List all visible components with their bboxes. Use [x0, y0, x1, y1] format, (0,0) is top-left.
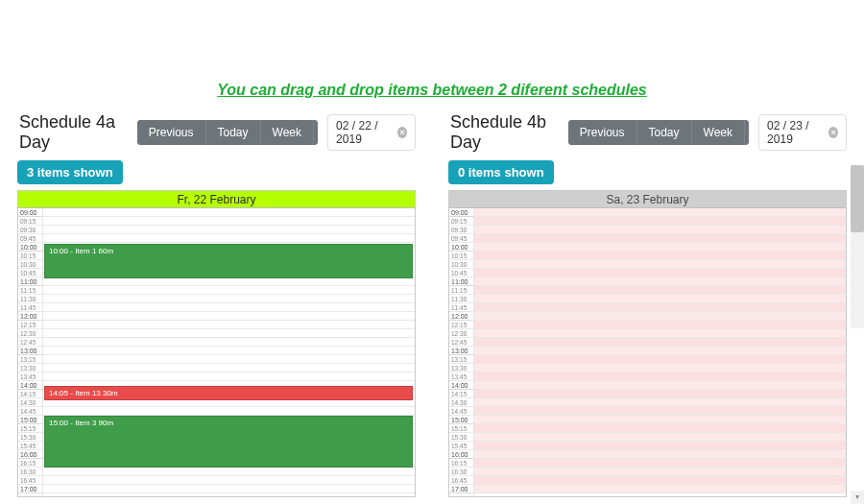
grid-row[interactable]: [474, 424, 846, 433]
grid-row[interactable]: [474, 398, 846, 407]
grid-row[interactable]: [43, 321, 415, 329]
grid-row[interactable]: [474, 329, 846, 338]
grid-row[interactable]: [474, 295, 846, 303]
prev-button[interactable]: Previous: [568, 120, 636, 145]
grid-row[interactable]: [43, 303, 415, 312]
grid-row[interactable]: [474, 243, 846, 252]
grid-row[interactable]: [474, 312, 846, 321]
headline-link[interactable]: You can drag and drop items between 2 di…: [217, 82, 647, 98]
time-slot-label: 15:45: [18, 442, 42, 450]
time-slot-label: 17:00: [449, 485, 473, 493]
date-input-left[interactable]: 02 / 22 / 2019 ×: [327, 114, 416, 151]
grid-row[interactable]: [43, 407, 415, 416]
grid-row[interactable]: [43, 277, 415, 286]
time-slot-label: 16:45: [18, 476, 42, 485]
grid-row[interactable]: [43, 468, 415, 476]
time-slot-label: 14:45: [18, 407, 42, 416]
grid-row[interactable]: [474, 226, 846, 234]
grid-row[interactable]: [474, 407, 846, 416]
grid-row[interactable]: [474, 390, 846, 398]
grid-row[interactable]: [474, 381, 846, 390]
grid-row[interactable]: [43, 208, 415, 217]
time-slot-label: 16:45: [449, 476, 473, 485]
time-slot-label: 17:00: [18, 485, 42, 493]
grid-row[interactable]: [474, 364, 846, 372]
time-slot-label: 11:00: [18, 277, 42, 286]
grid-row[interactable]: [474, 277, 846, 286]
calendar-left[interactable]: Fr, 22 February 09:0009:1509:3009:4510:0…: [17, 190, 416, 497]
time-slot-label: 09:30: [18, 226, 42, 234]
grid-row[interactable]: [474, 303, 846, 312]
grid-row[interactable]: [43, 485, 415, 493]
grid-row[interactable]: [474, 372, 846, 381]
clear-date-icon[interactable]: ×: [828, 127, 838, 138]
time-slot-label: 12:45: [18, 338, 42, 347]
grid-row[interactable]: [474, 208, 846, 217]
today-button[interactable]: Today: [205, 120, 260, 145]
nav-button-group-left: Previous Today Week Next: [137, 120, 318, 145]
time-slot-label: 14:15: [449, 390, 473, 398]
time-slot-label: 15:15: [449, 424, 473, 433]
today-button[interactable]: Today: [636, 120, 691, 145]
grid-row[interactable]: [474, 433, 846, 442]
next-button[interactable]: Next: [744, 120, 749, 145]
grid-row[interactable]: [43, 355, 415, 364]
time-slot-label: 10:30: [18, 260, 42, 269]
time-slot-label: 14:15: [18, 390, 42, 398]
calendar-event[interactable]: 15:00 - Item 3 90m: [44, 416, 413, 468]
grid-row[interactable]: [474, 347, 846, 355]
grid-row[interactable]: [474, 476, 846, 485]
prev-button[interactable]: Previous: [137, 120, 205, 145]
time-slot-label: 10:30: [449, 260, 473, 269]
date-input-right[interactable]: 02 / 23 / 2019 ×: [758, 114, 847, 151]
grid-row[interactable]: [43, 372, 415, 381]
grid-row[interactable]: [43, 329, 415, 338]
grid-row[interactable]: [474, 260, 846, 269]
grid-row[interactable]: [474, 485, 846, 493]
next-button[interactable]: Next: [313, 120, 318, 145]
grid-row[interactable]: [474, 468, 846, 476]
grid-row[interactable]: [474, 286, 846, 295]
time-slot-label: 11:30: [449, 295, 473, 303]
clear-date-icon[interactable]: ×: [397, 127, 407, 138]
time-slot-label: 13:30: [449, 364, 473, 372]
grid-row[interactable]: [474, 338, 846, 347]
time-slot-label: 12:30: [18, 329, 42, 338]
grid-row[interactable]: [474, 442, 846, 450]
scroll-down-icon[interactable]: ▾: [851, 491, 864, 504]
calendar-right[interactable]: Sa, 23 February 09:0009:1509:3009:4510:0…: [448, 190, 847, 497]
grid-row[interactable]: [474, 355, 846, 364]
grid-row[interactable]: [43, 226, 415, 234]
grid-row[interactable]: [43, 234, 415, 243]
grid-row[interactable]: [43, 217, 415, 226]
grid-row[interactable]: [474, 252, 846, 260]
grid-row[interactable]: [43, 476, 415, 485]
time-slot-label: 16:15: [449, 459, 473, 468]
grid-row[interactable]: [474, 234, 846, 243]
page-scrollbar-thumb[interactable]: [851, 165, 864, 232]
grid-row[interactable]: [43, 286, 415, 295]
time-slot-label: 09:45: [18, 234, 42, 243]
grid-row[interactable]: [43, 312, 415, 321]
grid-rows-right[interactable]: [474, 208, 846, 497]
calendar-event[interactable]: 14:05 - Item 13 30m: [44, 386, 413, 400]
grid-row[interactable]: [474, 459, 846, 468]
time-slot-label: 11:15: [449, 286, 473, 295]
time-slot-label: 09:00: [18, 208, 42, 217]
grid-row[interactable]: [474, 217, 846, 226]
grid-row[interactable]: [43, 347, 415, 355]
grid-row[interactable]: [474, 450, 846, 459]
week-button[interactable]: Week: [260, 120, 313, 145]
grid-row[interactable]: [474, 416, 846, 424]
grid-row[interactable]: [474, 321, 846, 329]
time-slot-label: 09:30: [449, 226, 473, 234]
grid-row[interactable]: [474, 269, 846, 277]
grid-row[interactable]: [43, 295, 415, 303]
time-slot-label: 12:00: [449, 312, 473, 321]
time-slot-label: 09:15: [449, 217, 473, 226]
grid-row[interactable]: [43, 364, 415, 372]
time-slot-label: 09:15: [18, 217, 42, 226]
week-button[interactable]: Week: [691, 120, 744, 145]
calendar-event[interactable]: 10:00 - Item 1 60m: [44, 244, 413, 278]
grid-row[interactable]: [43, 338, 415, 347]
